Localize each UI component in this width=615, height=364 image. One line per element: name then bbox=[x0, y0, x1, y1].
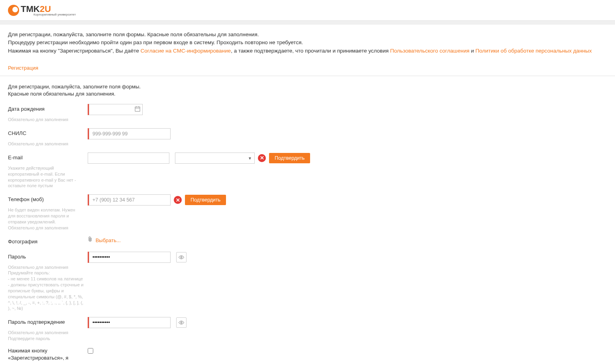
password-confirm-label: Пароль подтверждение bbox=[8, 317, 88, 325]
email-label: E-mail bbox=[8, 153, 88, 160]
phone-help: Не будет виден коллегам. Нужен для восст… bbox=[8, 207, 84, 231]
intro-line1: Для регистрации, пожалуйста, заполните п… bbox=[8, 31, 607, 39]
agree-terms-label: Нажимая кнопку «Зарегистрироваться», я п… bbox=[8, 347, 88, 364]
snils-row: СНИЛС bbox=[8, 128, 607, 139]
email-input[interactable] bbox=[88, 153, 169, 164]
birthdate-input[interactable] bbox=[89, 104, 143, 115]
password-input[interactable] bbox=[89, 252, 171, 263]
phone-label: Телефон (моб) bbox=[8, 194, 88, 202]
intro-line2: Процедуру регистрации необходимо пройти … bbox=[8, 39, 607, 47]
choose-photo-link[interactable]: Выбрать... bbox=[96, 237, 121, 243]
snils-label: СНИЛС bbox=[8, 128, 88, 136]
birthdate-row: Дата рождения bbox=[8, 104, 607, 115]
intro-text: Для регистрации, пожалуйста, заполните п… bbox=[0, 25, 615, 61]
intro-line3: Нажимая на кнопку "Зарегистрироваться", … bbox=[8, 47, 607, 55]
svg-point-5 bbox=[181, 322, 182, 324]
email-domain-select[interactable]: ▼ bbox=[175, 153, 255, 164]
password-confirm-row: Пароль подтверждение bbox=[8, 317, 607, 328]
page-title: Регистрация bbox=[0, 61, 615, 76]
phone-row: Телефон (моб) ✕ Подтвердить bbox=[8, 194, 607, 205]
password-label: Пароль bbox=[8, 252, 88, 260]
toggle-password-visibility-button[interactable] bbox=[176, 252, 187, 262]
separator-bar bbox=[0, 21, 615, 25]
birthdate-help: Обязательно для заполнения bbox=[8, 117, 84, 123]
agree-terms-checkbox[interactable] bbox=[88, 348, 93, 354]
header: TMK2U Корпоративный университет bbox=[0, 0, 615, 21]
email-help: Укажите действующий корпоративный e-mail… bbox=[8, 165, 84, 189]
chevron-down-icon: ▼ bbox=[248, 156, 252, 160]
toggle-password-confirm-visibility-button[interactable] bbox=[176, 317, 187, 328]
form-content: Для регистрации, пожалуйста, заполните п… bbox=[0, 76, 615, 364]
password-row: Пароль bbox=[8, 252, 607, 263]
birthdate-label: Дата рождения bbox=[8, 104, 88, 112]
eye-icon bbox=[178, 255, 185, 259]
photo-row: Фотография Выбрать... bbox=[8, 237, 607, 245]
logo-icon bbox=[8, 5, 19, 16]
link-user-agreement[interactable]: Пользовательского соглашения bbox=[390, 48, 470, 54]
logo-subtitle: Корпоративный университет bbox=[33, 13, 76, 16]
svg-point-4 bbox=[181, 256, 182, 258]
phone-input[interactable] bbox=[89, 194, 171, 205]
form-intro: Для регистрации, пожалуйста, заполните п… bbox=[8, 83, 607, 98]
eye-icon bbox=[178, 321, 185, 325]
paperclip-icon bbox=[88, 237, 94, 243]
link-sms-consent[interactable]: Согласие на СМС-информирование bbox=[141, 48, 231, 54]
snils-input[interactable] bbox=[89, 128, 171, 139]
link-privacy-policy[interactable]: Политики об обработке персональных данны… bbox=[475, 48, 592, 54]
error-icon: ✕ bbox=[258, 154, 266, 162]
password-confirm-input[interactable] bbox=[89, 317, 171, 328]
snils-help: Обязательно для заполнения bbox=[8, 141, 84, 147]
logo[interactable]: TMK2U Корпоративный университет bbox=[8, 4, 607, 16]
password-confirm-help: Обязательно для заполнения Подтвердите п… bbox=[8, 330, 84, 342]
email-row: E-mail ▼ ✕ Подтвердить bbox=[8, 153, 607, 164]
confirm-email-button[interactable]: Подтвердить bbox=[269, 153, 310, 163]
agree-terms-row: Нажимая кнопку «Зарегистрироваться», я п… bbox=[8, 347, 607, 364]
photo-label: Фотография bbox=[8, 237, 88, 245]
confirm-phone-button[interactable]: Подтвердить bbox=[185, 195, 226, 205]
error-icon: ✕ bbox=[174, 196, 182, 204]
password-help: Обязательно для заполнения Придумайте па… bbox=[8, 264, 84, 312]
